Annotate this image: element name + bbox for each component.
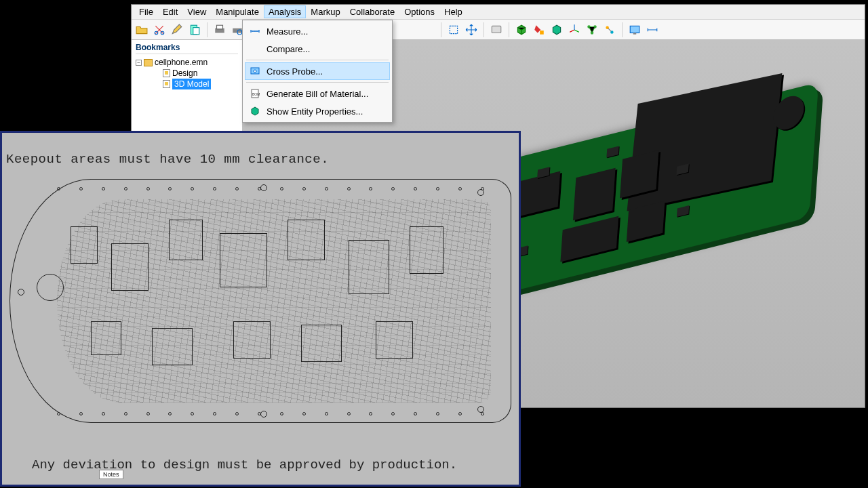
tree-item-design[interactable]: Design <box>136 68 238 79</box>
svg-point-23 <box>254 70 256 73</box>
document-icon <box>163 69 170 77</box>
tree-root-label: cellphone.emn <box>155 57 208 68</box>
screen-icon[interactable] <box>627 22 642 37</box>
menu-analysis[interactable]: Analysis <box>264 5 306 18</box>
svg-rect-14 <box>540 30 544 35</box>
document-icon <box>163 80 170 88</box>
menu-file[interactable]: File <box>134 5 158 18</box>
menu-separator <box>246 82 389 83</box>
svg-rect-13 <box>492 26 501 33</box>
svg-rect-12 <box>450 26 457 33</box>
analysis-dropdown: Measure... Compare... Cross Probe... BOM… <box>242 20 393 123</box>
menu-options[interactable]: Options <box>399 5 439 18</box>
note-bottom: Any deviation to design must be approved… <box>32 458 457 472</box>
tree-item-label: Design <box>172 68 197 79</box>
overlay-2d-window: Keepout areas must have 10 mm clearance.… <box>0 131 521 487</box>
box3d-icon[interactable] <box>549 22 564 37</box>
menu-compare[interactable]: Compare... <box>245 40 390 58</box>
bookmarks-tree: − cellphone.emn Design 3D Model <box>136 57 238 89</box>
menu-cross-probe-label: Cross Probe... <box>267 66 323 77</box>
svg-rect-21 <box>633 33 637 34</box>
menu-bom-label: Generate Bill of Material... <box>267 89 368 99</box>
toolbar-separator <box>509 22 509 37</box>
svg-rect-20 <box>630 26 639 33</box>
bookmarks-title: Bookmarks <box>136 43 238 54</box>
svg-rect-5 <box>217 25 223 29</box>
cube-icon[interactable] <box>514 22 529 37</box>
scissors-icon[interactable] <box>152 22 167 37</box>
menu-bom[interactable]: BOM Generate Bill of Material... <box>245 85 390 102</box>
menu-manipulate[interactable]: Manipulate <box>211 5 264 18</box>
tree-item-label: 3D Model <box>172 79 211 89</box>
toolbar-separator <box>441 22 441 37</box>
note-icon[interactable] <box>489 22 504 37</box>
menu-edit[interactable]: Edit <box>158 5 182 18</box>
svg-text:BOM: BOM <box>252 92 260 96</box>
toolbar-separator <box>207 22 208 37</box>
link-icon[interactable] <box>602 22 617 37</box>
menu-cross-probe[interactable]: Cross Probe... <box>245 62 390 80</box>
attach-icon[interactable] <box>187 22 202 37</box>
axes-icon[interactable] <box>567 22 582 37</box>
menu-measure[interactable]: Measure... <box>245 22 390 40</box>
ruler-icon <box>249 25 261 37</box>
menu-bar: File Edit View Manipulate Analysis Marku… <box>132 5 865 20</box>
zoom-area-icon[interactable] <box>446 22 461 37</box>
menu-view[interactable]: View <box>182 5 211 18</box>
print-icon[interactable] <box>212 22 227 37</box>
folder-icon <box>144 59 153 66</box>
entity-icon <box>249 105 261 117</box>
tree-root[interactable]: − cellphone.emn <box>136 57 238 68</box>
blank-icon <box>249 43 261 55</box>
menu-entity-props-label: Show Entity Properties... <box>267 106 363 117</box>
menu-help[interactable]: Help <box>439 5 467 18</box>
pcb-2d-drawing[interactable] <box>9 179 511 423</box>
move-icon[interactable] <box>464 22 479 37</box>
ruler-icon[interactable] <box>645 22 660 37</box>
menu-markup[interactable]: Markup <box>306 5 344 18</box>
note-top: Keepout areas must have 10 mm clearance. <box>6 152 515 167</box>
toolbar-separator <box>622 22 623 37</box>
notes-tooltip: Notes <box>99 470 123 479</box>
crossprobe-icon <box>249 65 261 77</box>
paint-icon[interactable] <box>532 22 547 37</box>
pencil-icon[interactable] <box>170 22 184 37</box>
toolbar-separator <box>484 22 484 37</box>
bom-icon: BOM <box>249 87 261 100</box>
svg-rect-3 <box>193 27 199 34</box>
menu-collaborate[interactable]: Collaborate <box>345 5 400 18</box>
open-icon[interactable] <box>134 22 149 37</box>
menu-compare-label: Compare... <box>267 44 310 54</box>
menu-measure-label: Measure... <box>267 26 308 37</box>
tree-item-3dmodel[interactable]: 3D Model <box>136 79 238 89</box>
molecule-icon[interactable] <box>585 22 599 37</box>
menu-separator <box>246 60 389 60</box>
collapse-icon[interactable]: − <box>136 60 142 66</box>
menu-entity-props[interactable]: Show Entity Properties... <box>245 102 390 120</box>
